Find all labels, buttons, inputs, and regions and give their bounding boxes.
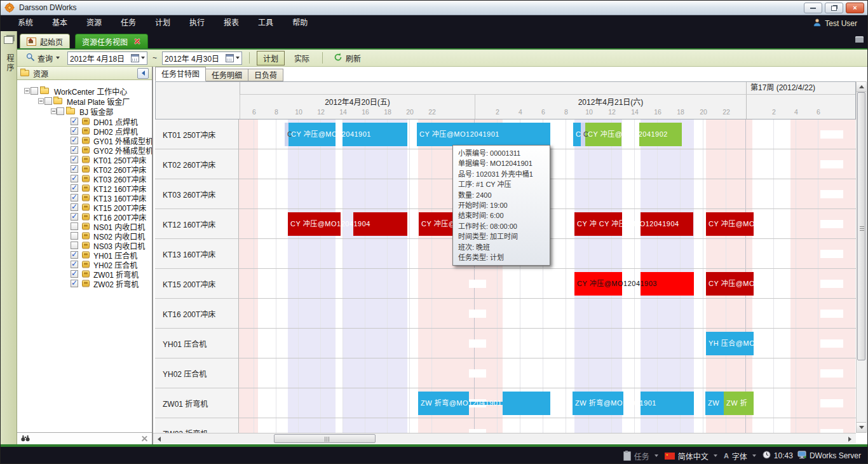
scroll-left-button[interactable] bbox=[154, 434, 164, 444]
tree-checkbox[interactable] bbox=[31, 87, 38, 95]
close-tab-icon[interactable] bbox=[133, 38, 141, 45]
resource-row-label[interactable]: KT13 160T冲床 bbox=[155, 239, 239, 269]
program-tab[interactable]: 程序 bbox=[4, 54, 15, 73]
date-to-field[interactable]: 2012年 4月30日 bbox=[162, 51, 242, 65]
vertical-scrollbar[interactable] bbox=[856, 81, 867, 433]
plan-toggle-button[interactable]: 计划 bbox=[257, 51, 285, 65]
menu-item[interactable]: 报表 bbox=[214, 15, 248, 31]
tree-checkbox[interactable] bbox=[71, 203, 78, 211]
view-tab[interactable]: 日负荷 bbox=[248, 69, 283, 81]
scroll-up-button[interactable] bbox=[857, 82, 866, 92]
resource-row-label[interactable]: ZW02 折弯机 bbox=[155, 418, 239, 433]
menu-item[interactable]: 任务 bbox=[111, 15, 146, 31]
tree-checkbox[interactable] bbox=[71, 127, 78, 135]
collapse-panel-button[interactable] bbox=[137, 68, 149, 79]
query-button[interactable]: 查询 bbox=[22, 51, 64, 65]
resource-row-label[interactable]: ZW01 折弯机 bbox=[155, 388, 239, 418]
tree-machine-item[interactable]: KT03 260T冲床 bbox=[17, 174, 152, 183]
horizontal-scroll-thumb[interactable] bbox=[274, 434, 376, 443]
tree-checkbox[interactable] bbox=[71, 232, 78, 240]
tab-resource-task-view[interactable]: 资源任务视图 bbox=[75, 34, 148, 48]
tree-machine-item[interactable]: KT01 250T冲床 bbox=[17, 154, 152, 164]
status-language-menu[interactable]: 简体中文 bbox=[665, 451, 719, 461]
chevron-down-icon[interactable] bbox=[141, 57, 145, 59]
tree-machine-item[interactable]: NS02 内收口机 bbox=[17, 231, 152, 240]
menu-item[interactable]: 工具 bbox=[248, 15, 283, 31]
tree-checkbox[interactable] bbox=[71, 251, 78, 259]
tree-checkbox[interactable] bbox=[71, 261, 78, 268]
tree-machine-item[interactable]: ZW01 折弯机 bbox=[17, 269, 152, 278]
tree-machine-item[interactable]: ZW02 折弯机 bbox=[17, 278, 152, 288]
vertical-scroll-thumb[interactable] bbox=[857, 92, 865, 360]
menu-item[interactable]: 帮助 bbox=[283, 15, 317, 31]
tree-checkbox[interactable] bbox=[71, 137, 78, 144]
tree-machine-item[interactable]: KT15 200T冲床 bbox=[17, 202, 152, 212]
task-bar[interactable] bbox=[503, 392, 550, 415]
tree-checkbox[interactable] bbox=[71, 222, 78, 230]
tab-home[interactable]: 起始页 bbox=[20, 34, 70, 48]
tree-machine-item[interactable]: YH01 压合机 bbox=[17, 250, 152, 259]
tree-collapse-icon[interactable] bbox=[38, 98, 44, 104]
tree-machine-item[interactable]: KT02 260T冲床 bbox=[17, 164, 152, 174]
tree-machine-item[interactable]: KT13 160T冲床 bbox=[17, 193, 152, 202]
resource-row-label[interactable]: YH02 压合机 bbox=[155, 358, 239, 388]
tree-checkbox[interactable] bbox=[57, 107, 64, 115]
tree-machine-item[interactable]: KT16 200T冲床 bbox=[17, 212, 152, 221]
scroll-right-button[interactable] bbox=[845, 434, 855, 444]
tree-checkbox[interactable] bbox=[71, 213, 78, 221]
tree-folder-item[interactable]: BJ 钣金部 bbox=[17, 106, 152, 116]
menu-item[interactable]: 基本 bbox=[43, 15, 77, 31]
tree-checkbox[interactable] bbox=[71, 270, 78, 278]
resource-row-label[interactable]: KT15 200T冲床 bbox=[155, 269, 239, 299]
view-tab[interactable]: 任务明细 bbox=[205, 69, 248, 81]
restore-button[interactable] bbox=[825, 3, 843, 13]
menu-item[interactable]: 资源 bbox=[77, 15, 111, 31]
tree-machine-item[interactable]: KT12 160T冲床 bbox=[17, 183, 152, 193]
window-list-icon[interactable] bbox=[855, 36, 864, 43]
tree-checkbox[interactable] bbox=[71, 165, 78, 173]
tree-checkbox[interactable] bbox=[71, 184, 78, 192]
tree-checkbox[interactable] bbox=[71, 194, 78, 201]
close-button[interactable]: × bbox=[846, 3, 864, 13]
tree-machine-item[interactable]: GY01 外桶成型机 bbox=[17, 135, 152, 145]
tree-collapse-icon[interactable] bbox=[51, 108, 57, 114]
user-indicator[interactable]: Test User bbox=[813, 15, 857, 31]
date-from-field[interactable]: 2012年 4月18日 bbox=[67, 51, 147, 65]
tree-collapse-icon[interactable] bbox=[24, 88, 30, 93]
program-panel-icon[interactable] bbox=[4, 36, 13, 44]
view-tab[interactable]: 任务甘特图 bbox=[155, 67, 206, 81]
status-font-menu[interactable]: A 字体 bbox=[724, 451, 758, 461]
resource-row-label[interactable]: KT01 250T冲床 bbox=[155, 119, 239, 149]
tree-checkbox[interactable] bbox=[44, 97, 52, 105]
tree-machine-item[interactable]: NS03 内收口机 bbox=[17, 240, 152, 250]
chevron-down-icon[interactable] bbox=[236, 57, 240, 59]
tree-machine-item[interactable]: YH02 压合机 bbox=[17, 259, 152, 269]
menu-item[interactable]: 执行 bbox=[180, 15, 214, 31]
clear-icon[interactable] bbox=[141, 435, 148, 442]
tree-machine-item[interactable]: NS01 内收口机 bbox=[17, 221, 152, 231]
menu-item[interactable]: 计划 bbox=[146, 15, 180, 31]
actual-toggle-button[interactable]: 实际 bbox=[288, 51, 315, 65]
resource-row-label[interactable]: KT16 200T冲床 bbox=[155, 299, 239, 329]
tree-checkbox[interactable] bbox=[71, 146, 78, 154]
binoculars-icon[interactable] bbox=[21, 433, 30, 444]
refresh-button[interactable]: 刷新 bbox=[330, 51, 365, 65]
tree-checkbox[interactable] bbox=[71, 242, 78, 249]
resource-row-label[interactable]: KT02 260T冲床 bbox=[155, 149, 239, 179]
tree-machine-item[interactable]: GY02 外桶成型机 bbox=[17, 145, 152, 154]
tree-checkbox[interactable] bbox=[71, 175, 78, 182]
menu-item[interactable]: 系统 bbox=[8, 15, 43, 31]
scroll-down-button[interactable] bbox=[857, 422, 866, 432]
tree-folder-item[interactable]: WorkCenter 工作中心 bbox=[17, 86, 152, 95]
tree-checkbox[interactable] bbox=[71, 156, 78, 163]
resource-row-label[interactable]: YH01 压合机 bbox=[155, 329, 239, 358]
tree-checkbox[interactable] bbox=[71, 118, 78, 125]
status-task-menu[interactable]: 任务 bbox=[623, 451, 660, 461]
tree-checkbox[interactable] bbox=[71, 280, 78, 287]
resource-row-label[interactable]: KT03 260T冲床 bbox=[155, 179, 239, 209]
tree-machine-item[interactable]: DH02 点焊机 bbox=[17, 126, 152, 135]
tree-folder-item[interactable]: Metal Plate 钣金厂 bbox=[17, 96, 152, 106]
status-server[interactable]: DWorks Server bbox=[797, 451, 861, 461]
minimize-button[interactable] bbox=[804, 3, 822, 13]
tree-machine-item[interactable]: DH01 点焊机 bbox=[17, 116, 152, 126]
